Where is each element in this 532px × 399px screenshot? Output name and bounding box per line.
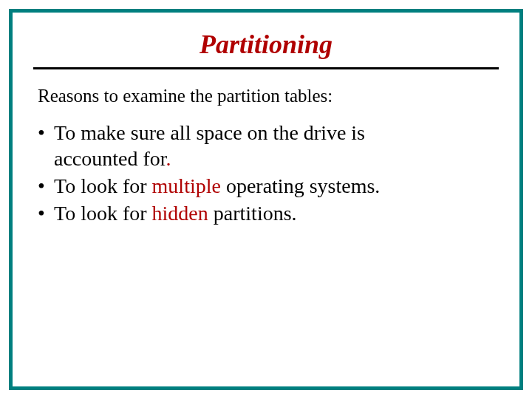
bullet-dot: • — [38, 173, 54, 199]
list-item: • To make sure all space on the drive is… — [38, 120, 499, 171]
text-run: operating systems. — [221, 174, 380, 197]
emphasis-red: hidden — [152, 202, 208, 225]
intro-text: Reasons to examine the partition tables: — [38, 86, 499, 106]
text-run: partitions. — [208, 202, 297, 225]
bullet-text: To look for hidden partitions. — [54, 200, 499, 226]
emphasis-red: multiple — [152, 174, 221, 197]
bullet-dot: • — [38, 200, 54, 226]
title-underline — [33, 67, 499, 69]
text-run: To make sure all space on the drive is — [54, 121, 365, 144]
slide-frame: Partitioning Reasons to examine the part… — [9, 9, 523, 390]
slide: Partitioning Reasons to examine the part… — [0, 0, 532, 399]
bullet-dot: • — [38, 120, 54, 171]
list-item: • To look for hidden partitions. — [38, 200, 499, 226]
list-item: • To look for multiple operating systems… — [38, 173, 499, 199]
bullet-text: To make sure all space on the drive is a… — [54, 120, 499, 171]
slide-title: Partitioning — [33, 29, 499, 60]
emphasis-red: . — [166, 147, 171, 170]
text-run: To look for — [54, 174, 152, 197]
text-run: accounted for — [54, 147, 166, 170]
bullet-list: • To make sure all space on the drive is… — [38, 120, 499, 226]
bullet-text: To look for multiple operating systems. — [54, 173, 499, 199]
text-run: To look for — [54, 202, 152, 225]
